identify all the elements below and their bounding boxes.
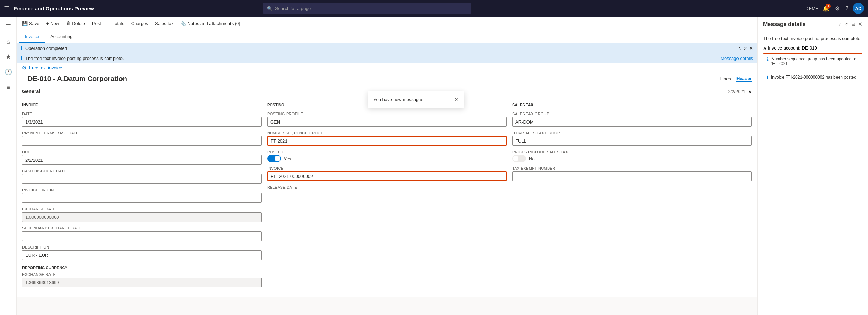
release-date-field-group: Release date xyxy=(267,185,507,189)
delete-button[interactable]: 🗑 Delete xyxy=(63,18,88,29)
posted-toggle-label: Yes xyxy=(284,156,291,161)
secondary-exchange-rate-field-group: Secondary exchange rate xyxy=(22,226,262,241)
date-input[interactable] xyxy=(22,117,262,127)
page-title-row: DE-010 - A.Datum Corporation Lines Heade… xyxy=(17,72,757,86)
filter-icon[interactable]: ⊘ xyxy=(22,65,26,70)
notif-close-button[interactable]: ✕ xyxy=(749,46,753,51)
notif-close-area: ∧ 2 ✕ xyxy=(738,46,753,51)
cash-discount-input[interactable] xyxy=(22,174,262,184)
description-input[interactable] xyxy=(22,250,262,260)
tax-exempt-input[interactable] xyxy=(512,171,752,181)
posted-toggle[interactable]: Yes xyxy=(267,155,507,162)
right-panel-header-icons: ⤢ ↻ ⊞ ✕ xyxy=(838,21,862,27)
posted-toggle-track[interactable] xyxy=(267,155,281,162)
due-input[interactable] xyxy=(22,155,262,165)
notification-button[interactable]: 🔔 1 xyxy=(821,4,831,13)
prices-include-toggle-track[interactable] xyxy=(512,155,526,162)
search-bar[interactable]: 🔍 xyxy=(263,3,471,14)
message-info-icon-1: ℹ xyxy=(767,57,769,66)
toolbar: 💾 Save + New 🗑 Delete Post Totals Charge… xyxy=(17,17,757,30)
section-date: 2/2/2021 xyxy=(728,89,745,94)
exchange-rate-label: Exchange rate xyxy=(22,207,262,211)
message-item-2: ℹ Invoice FTI-2021-000000002 has been po… xyxy=(763,72,862,83)
charges-button[interactable]: Charges xyxy=(128,18,151,29)
sidebar-item-favorites[interactable]: ★ xyxy=(1,50,15,64)
message-text-1: Number sequence group has been updated t… xyxy=(771,56,859,66)
breadcrumb[interactable]: Free text invoice xyxy=(29,65,62,70)
invoice-label: Invoice xyxy=(267,166,507,170)
prices-include-label: Prices include sales tax xyxy=(512,150,752,154)
due-field-group: Due xyxy=(22,150,262,165)
tab-invoice[interactable]: Invoice xyxy=(19,30,45,43)
notes-label: Notes and attachments (0) xyxy=(187,21,240,26)
right-panel: Message details ⤢ ↻ ⊞ ✕ The free text in… xyxy=(757,17,868,315)
invoice-input[interactable] xyxy=(267,171,507,181)
notes-button[interactable]: 📎 Notes and attachments (0) xyxy=(178,18,243,29)
new-button[interactable]: + New xyxy=(44,18,62,29)
sales-tax-group-label: Sales tax group xyxy=(512,112,752,116)
environment-label: DEMF xyxy=(805,6,818,11)
settings-button[interactable]: ⚙ xyxy=(833,4,841,13)
section-title: General xyxy=(22,89,40,94)
posted-field-group: Posted Yes xyxy=(267,150,507,162)
number-sequence-group-input[interactable] xyxy=(267,136,507,146)
sidebar-item-workspaces[interactable]: ≡ xyxy=(1,80,15,94)
right-panel-close-button[interactable]: ✕ xyxy=(858,21,862,27)
invoice-column: INVOICE Date Payment terms base date Due xyxy=(22,103,262,291)
user-avatar[interactable]: AD xyxy=(853,3,864,14)
release-date-label: Release date xyxy=(267,185,507,189)
save-button[interactable]: 💾 Save xyxy=(19,18,42,29)
item-sales-tax-group-input[interactable] xyxy=(512,136,752,146)
description-field-group: Description xyxy=(22,245,262,260)
invoice-field-group: Invoice xyxy=(267,166,507,181)
payment-terms-input[interactable] xyxy=(22,136,262,146)
sidebar-item-home[interactable]: ⌂ xyxy=(1,35,15,48)
search-input[interactable] xyxy=(275,6,468,11)
help-button[interactable]: ? xyxy=(844,4,850,13)
hamburger-icon[interactable]: ☰ xyxy=(4,4,10,12)
reporting-exchange-rate-input[interactable] xyxy=(22,278,262,287)
page-header: ⊘ Free text invoice xyxy=(17,63,757,72)
notification-popup: You have new messages. ✕ xyxy=(368,91,464,108)
right-panel-refresh-icon[interactable]: ↻ xyxy=(845,21,849,27)
prices-include-toggle[interactable]: No xyxy=(512,155,752,162)
content-area: 💾 Save + New 🗑 Delete Post Totals Charge… xyxy=(17,17,757,315)
post-button[interactable]: Post xyxy=(89,18,104,29)
lines-toggle[interactable]: Lines xyxy=(720,76,731,81)
tab-accounting-label: Accounting xyxy=(50,34,72,39)
message-details-link[interactable]: Message details xyxy=(721,56,753,61)
sales-tax-group-input[interactable] xyxy=(512,117,752,127)
invoice-origin-input[interactable] xyxy=(22,193,262,203)
delete-label: Delete xyxy=(72,21,85,26)
sales-tax-button[interactable]: Sales tax xyxy=(152,18,176,29)
save-icon: 💾 xyxy=(22,21,28,26)
exchange-rate-input[interactable] xyxy=(22,212,262,222)
tab-accounting[interactable]: Accounting xyxy=(45,30,78,43)
posting-profile-input[interactable] xyxy=(267,117,507,127)
notes-icon: 📎 xyxy=(180,21,186,26)
notification-count: 1 xyxy=(826,4,831,9)
right-panel-expand-icon[interactable]: ⊞ xyxy=(851,21,855,27)
secondary-exchange-rate-input[interactable] xyxy=(22,231,262,241)
info-icon-1: ℹ xyxy=(21,45,22,51)
section-header-right: 2/2/2021 ∧ xyxy=(728,89,752,94)
right-panel-expand-section[interactable]: ∧ Invoice account: DE-010 xyxy=(763,45,862,51)
sidebar-item-recent[interactable]: 🕐 xyxy=(1,65,15,79)
section-collapse-icon[interactable]: ∧ xyxy=(748,89,752,94)
top-navigation: ☰ Finance and Operations Preview 🔍 DEMF … xyxy=(0,0,868,17)
totals-button[interactable]: Totals xyxy=(110,18,127,29)
notif-count-number: 2 xyxy=(744,46,747,51)
message-info-icon-2: ℹ xyxy=(767,75,768,80)
sales-tax-label: Sales tax xyxy=(155,21,173,26)
sidebar-item-hamburger[interactable]: ☰ xyxy=(1,19,15,33)
number-sequence-group-label: Number sequence group xyxy=(267,131,507,135)
prices-include-toggle-thumb xyxy=(513,156,518,161)
reporting-exchange-rate-field-group: Exchange rate xyxy=(22,272,262,287)
header-toggle[interactable]: Header xyxy=(736,76,752,82)
totals-label: Totals xyxy=(112,21,124,26)
right-panel-resize-icon[interactable]: ⤢ xyxy=(838,21,842,27)
nav-icons: DEMF 🔔 1 ⚙ ? AD xyxy=(805,3,864,14)
due-label: Due xyxy=(22,150,262,154)
popup-close-button[interactable]: ✕ xyxy=(455,97,459,102)
tab-bar: Invoice Accounting xyxy=(17,30,757,43)
